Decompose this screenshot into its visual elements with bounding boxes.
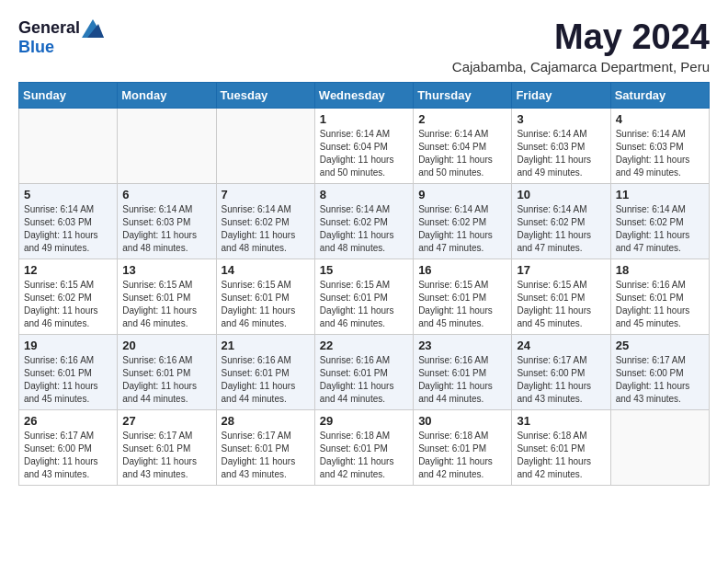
- calendar-week-5: 26Sunrise: 6:17 AM Sunset: 6:00 PM Dayli…: [19, 409, 710, 485]
- day-number: 28: [222, 414, 310, 428]
- header-tuesday: Tuesday: [216, 82, 314, 108]
- calendar-cell: 6Sunrise: 6:14 AM Sunset: 6:03 PM Daylig…: [118, 183, 216, 259]
- day-number: 20: [122, 339, 210, 352]
- day-info: Sunrise: 6:14 AM Sunset: 6:03 PM Dayligh…: [517, 128, 605, 179]
- calendar-cell: 20Sunrise: 6:16 AM Sunset: 6:01 PM Dayli…: [118, 334, 216, 409]
- calendar-cell: 15Sunrise: 6:15 AM Sunset: 6:01 PM Dayli…: [314, 259, 413, 334]
- day-number: 24: [517, 339, 605, 352]
- calendar-cell: 8Sunrise: 6:14 AM Sunset: 6:02 PM Daylig…: [314, 183, 413, 259]
- day-number: 13: [122, 263, 210, 277]
- day-info: Sunrise: 6:18 AM Sunset: 6:01 PM Dayligh…: [418, 430, 506, 481]
- day-info: Sunrise: 6:16 AM Sunset: 6:01 PM Dayligh…: [616, 279, 704, 330]
- header-saturday: Saturday: [610, 82, 709, 108]
- calendar-cell: 9Sunrise: 6:14 AM Sunset: 6:02 PM Daylig…: [414, 183, 512, 259]
- day-number: 1: [320, 112, 408, 126]
- day-number: 27: [122, 414, 210, 428]
- calendar-cell: 28Sunrise: 6:17 AM Sunset: 6:01 PM Dayli…: [216, 409, 314, 485]
- calendar-cell: 21Sunrise: 6:16 AM Sunset: 6:01 PM Dayli…: [216, 334, 314, 409]
- calendar-cell: 1Sunrise: 6:14 AM Sunset: 6:04 PM Daylig…: [314, 108, 413, 183]
- calendar-week-4: 19Sunrise: 6:16 AM Sunset: 6:01 PM Dayli…: [19, 334, 710, 409]
- calendar-table: Sunday Monday Tuesday Wednesday Thursday…: [18, 82, 710, 486]
- day-number: 16: [418, 263, 506, 277]
- calendar-cell: 5Sunrise: 6:14 AM Sunset: 6:03 PM Daylig…: [19, 183, 118, 259]
- calendar-cell: 11Sunrise: 6:14 AM Sunset: 6:02 PM Dayli…: [610, 183, 709, 259]
- page-header: General Blue May 2024 Cajabamba, Cajamar…: [18, 18, 710, 75]
- calendar-cell: 22Sunrise: 6:16 AM Sunset: 6:01 PM Dayli…: [314, 334, 413, 409]
- day-info: Sunrise: 6:18 AM Sunset: 6:01 PM Dayligh…: [517, 430, 605, 481]
- calendar-cell: 17Sunrise: 6:15 AM Sunset: 6:01 PM Dayli…: [512, 259, 610, 334]
- calendar-cell: 16Sunrise: 6:15 AM Sunset: 6:01 PM Dayli…: [414, 259, 512, 334]
- day-number: 4: [616, 112, 704, 126]
- calendar-week-2: 5Sunrise: 6:14 AM Sunset: 6:03 PM Daylig…: [19, 183, 710, 259]
- calendar-cell: 29Sunrise: 6:18 AM Sunset: 6:01 PM Dayli…: [314, 409, 413, 485]
- day-info: Sunrise: 6:15 AM Sunset: 6:01 PM Dayligh…: [418, 279, 506, 330]
- month-title: May 2024: [452, 18, 710, 57]
- calendar-cell: 19Sunrise: 6:16 AM Sunset: 6:01 PM Dayli…: [19, 334, 118, 409]
- day-info: Sunrise: 6:14 AM Sunset: 6:03 PM Dayligh…: [24, 203, 112, 255]
- day-info: Sunrise: 6:15 AM Sunset: 6:01 PM Dayligh…: [517, 279, 605, 330]
- day-number: 19: [24, 339, 112, 352]
- day-number: 12: [24, 263, 112, 277]
- day-info: Sunrise: 6:16 AM Sunset: 6:01 PM Dayligh…: [222, 354, 310, 406]
- day-number: 18: [616, 263, 704, 277]
- header-sunday: Sunday: [19, 82, 118, 108]
- calendar-cell: [118, 108, 216, 183]
- calendar-cell: [19, 108, 118, 183]
- day-number: 26: [24, 414, 112, 428]
- calendar-week-1: 1Sunrise: 6:14 AM Sunset: 6:04 PM Daylig…: [19, 108, 710, 183]
- day-info: Sunrise: 6:14 AM Sunset: 6:02 PM Dayligh…: [222, 203, 310, 255]
- day-info: Sunrise: 6:14 AM Sunset: 6:02 PM Dayligh…: [418, 203, 506, 255]
- day-number: 29: [320, 414, 408, 428]
- logo-general-text: General: [18, 18, 80, 38]
- day-number: 25: [616, 339, 704, 352]
- day-number: 17: [517, 263, 605, 277]
- calendar-cell: 27Sunrise: 6:17 AM Sunset: 6:01 PM Dayli…: [118, 409, 216, 485]
- calendar-cell: 4Sunrise: 6:14 AM Sunset: 6:03 PM Daylig…: [610, 108, 709, 183]
- day-number: 8: [320, 188, 408, 201]
- calendar-cell: [216, 108, 314, 183]
- day-info: Sunrise: 6:17 AM Sunset: 6:00 PM Dayligh…: [616, 354, 704, 406]
- calendar-cell: 30Sunrise: 6:18 AM Sunset: 6:01 PM Dayli…: [414, 409, 512, 485]
- day-info: Sunrise: 6:14 AM Sunset: 6:02 PM Dayligh…: [616, 203, 704, 255]
- day-info: Sunrise: 6:17 AM Sunset: 6:00 PM Dayligh…: [24, 430, 112, 481]
- day-number: 21: [222, 339, 310, 352]
- header-thursday: Thursday: [414, 82, 512, 108]
- day-info: Sunrise: 6:14 AM Sunset: 6:02 PM Dayligh…: [517, 203, 605, 255]
- day-number: 10: [517, 188, 605, 201]
- day-number: 14: [222, 263, 310, 277]
- calendar-cell: 24Sunrise: 6:17 AM Sunset: 6:00 PM Dayli…: [512, 334, 610, 409]
- header-row: Sunday Monday Tuesday Wednesday Thursday…: [19, 82, 710, 108]
- calendar-cell: 7Sunrise: 6:14 AM Sunset: 6:02 PM Daylig…: [216, 183, 314, 259]
- calendar-cell: 14Sunrise: 6:15 AM Sunset: 6:01 PM Dayli…: [216, 259, 314, 334]
- day-number: 2: [418, 112, 506, 126]
- title-section: May 2024 Cajabamba, Cajamarca Department…: [452, 18, 710, 75]
- day-number: 9: [418, 188, 506, 201]
- day-info: Sunrise: 6:15 AM Sunset: 6:02 PM Dayligh…: [24, 279, 112, 330]
- day-number: 11: [616, 188, 704, 201]
- location-text: Cajabamba, Cajamarca Department, Peru: [452, 59, 710, 75]
- calendar-cell: [610, 409, 709, 485]
- header-friday: Friday: [512, 82, 610, 108]
- day-info: Sunrise: 6:14 AM Sunset: 6:03 PM Dayligh…: [122, 203, 210, 255]
- day-info: Sunrise: 6:14 AM Sunset: 6:02 PM Dayligh…: [320, 203, 408, 255]
- day-info: Sunrise: 6:17 AM Sunset: 6:00 PM Dayligh…: [517, 354, 605, 406]
- calendar-cell: 3Sunrise: 6:14 AM Sunset: 6:03 PM Daylig…: [512, 108, 610, 183]
- day-info: Sunrise: 6:15 AM Sunset: 6:01 PM Dayligh…: [320, 279, 408, 330]
- day-number: 31: [517, 414, 605, 428]
- calendar-week-3: 12Sunrise: 6:15 AM Sunset: 6:02 PM Dayli…: [19, 259, 710, 334]
- day-number: 6: [122, 188, 210, 201]
- day-info: Sunrise: 6:16 AM Sunset: 6:01 PM Dayligh…: [320, 354, 408, 406]
- day-info: Sunrise: 6:14 AM Sunset: 6:03 PM Dayligh…: [616, 128, 704, 179]
- header-monday: Monday: [118, 82, 216, 108]
- calendar-cell: 23Sunrise: 6:16 AM Sunset: 6:01 PM Dayli…: [414, 334, 512, 409]
- day-info: Sunrise: 6:14 AM Sunset: 6:04 PM Dayligh…: [320, 128, 408, 179]
- day-info: Sunrise: 6:16 AM Sunset: 6:01 PM Dayligh…: [122, 354, 210, 406]
- calendar-cell: 2Sunrise: 6:14 AM Sunset: 6:04 PM Daylig…: [414, 108, 512, 183]
- day-number: 15: [320, 263, 408, 277]
- day-number: 30: [418, 414, 506, 428]
- logo-icon: [82, 19, 104, 38]
- day-number: 3: [517, 112, 605, 126]
- day-number: 23: [418, 339, 506, 352]
- calendar-cell: 26Sunrise: 6:17 AM Sunset: 6:00 PM Dayli…: [19, 409, 118, 485]
- day-number: 5: [24, 188, 112, 201]
